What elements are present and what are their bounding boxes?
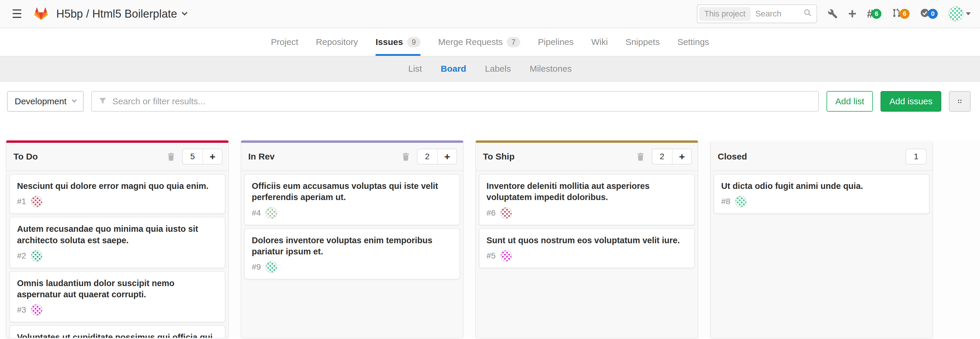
board-column-in-rev: In Rev 2 + Officiis eum accusamus volupt… — [240, 141, 464, 338]
issue-card[interactable]: Officiis eum accusamus voluptas qui iste… — [244, 174, 460, 225]
column-header: To Do 5 + — [6, 143, 228, 171]
tab-label: Wiki — [591, 37, 608, 47]
issue-count: 2 — [652, 149, 672, 164]
tab-repository[interactable]: Repository — [316, 28, 358, 56]
tab-label: Issues — [375, 37, 403, 47]
issue-count: 5 — [183, 149, 203, 164]
issue-card[interactable]: Ut dicta odio fugit animi unde quia. #8 — [714, 174, 929, 214]
search-scope-badge: This project — [699, 7, 751, 21]
issue-card[interactable]: Voluptates ut cupiditate possimus qui of… — [10, 325, 225, 338]
issue-card[interactable]: Omnis laudantium dolor suscipit nemo asp… — [10, 271, 225, 323]
issues-counter-button[interactable]: # 6 — [867, 8, 881, 19]
tab-pipelines[interactable]: Pipelines — [538, 28, 574, 56]
issue-title: Voluptates ut cupiditate possimus qui of… — [17, 332, 218, 338]
tab-merge-requests[interactable]: Merge Requests 7 — [438, 28, 520, 56]
issue-card[interactable]: Dolores inventore voluptas enim temporib… — [244, 228, 460, 280]
tab-label: Pipelines — [538, 37, 574, 47]
column-count-group: 5 + — [182, 149, 223, 165]
issue-count: 1 — [906, 149, 926, 164]
tab-label: Snippets — [625, 37, 660, 47]
board-column-closed: Closed 1 Ut dicta odio fugit animi unde … — [710, 141, 933, 338]
filter-placeholder: Search or filter results... — [112, 96, 205, 106]
column-count-group: 2 + — [417, 149, 457, 165]
issue-id: #2 — [17, 251, 26, 261]
subnav-board[interactable]: Board — [441, 64, 466, 74]
subnav-list[interactable]: List — [408, 64, 422, 74]
column-card-list[interactable]: Ut dicta odio fugit animi unde quia. #8 — [711, 171, 932, 338]
hamburger-menu-icon[interactable]: ☰ — [10, 7, 25, 21]
column-title: To Do — [13, 152, 38, 162]
fullscreen-toggle-button[interactable] — [949, 91, 970, 112]
tab-wiki[interactable]: Wiki — [591, 28, 608, 56]
add-issues-button[interactable]: Add issues — [881, 91, 941, 112]
assignee-avatar — [735, 196, 747, 207]
issue-id: #4 — [252, 208, 261, 217]
board-column-to-ship: To Ship 2 + Inventore deleniti mollitia … — [475, 141, 698, 338]
column-title: To Ship — [483, 152, 515, 162]
merge-requests-tab-badge: 7 — [507, 37, 520, 47]
issue-title: Dolores inventore voluptas enim temporib… — [252, 235, 452, 257]
plus-glyph: + — [848, 7, 856, 21]
column-count-group: 2 + — [652, 149, 692, 165]
issue-id: #8 — [721, 197, 730, 206]
new-item-plus-icon[interactable]: + — [848, 7, 856, 21]
issue-card[interactable]: Sunt ut quos nostrum eos voluptatum veli… — [479, 228, 695, 268]
board-switcher-dropdown[interactable]: Development — [7, 91, 84, 112]
tab-label: Project — [271, 37, 298, 47]
expand-icon — [958, 97, 962, 106]
tab-label: Merge Requests — [438, 37, 503, 47]
tab-snippets[interactable]: Snippets — [625, 28, 660, 56]
chevron-down-icon — [181, 10, 188, 16]
issue-card[interactable]: Nesciunt qui dolore error magni quo quia… — [10, 174, 225, 214]
issue-card[interactable]: Autem recusandae quo minima quia iusto s… — [10, 217, 225, 268]
issue-title: Officiis eum accusamus voluptas qui iste… — [252, 181, 452, 203]
add-list-button[interactable]: Add list — [827, 91, 873, 112]
issue-card[interactable]: Inventore deleniti mollitia aut asperior… — [479, 174, 695, 225]
issue-id: #5 — [487, 251, 496, 261]
gitlab-logo-icon[interactable] — [34, 7, 48, 21]
delete-list-icon[interactable] — [636, 152, 644, 161]
assignee-avatar — [500, 250, 512, 262]
navbar-right-group: This project Search + # 6 6 0 — [697, 5, 970, 23]
admin-wrench-icon[interactable] — [828, 9, 838, 19]
delete-list-icon[interactable] — [167, 152, 175, 161]
column-card-list[interactable]: Officiis eum accusamus voluptas qui iste… — [241, 171, 463, 338]
project-nav-tabs: Project Repository Issues 9 Merge Reques… — [0, 28, 980, 56]
add-issue-to-list-button[interactable]: + — [672, 149, 691, 164]
column-header: Closed 1 — [711, 143, 932, 171]
global-search-box[interactable]: This project Search — [697, 5, 817, 23]
column-header: In Rev 2 + — [241, 143, 463, 171]
todos-count-badge: 0 — [928, 9, 938, 19]
assignee-avatar — [500, 207, 512, 219]
delete-list-icon[interactable] — [402, 152, 410, 161]
column-card-list[interactable]: Nesciunt qui dolore error magni quo quia… — [6, 171, 228, 338]
user-avatar-menu[interactable] — [948, 6, 970, 21]
column-card-list[interactable]: Inventore deleniti mollitia aut asperior… — [476, 171, 698, 338]
tab-issues[interactable]: Issues 9 — [375, 28, 420, 56]
project-breadcrumb[interactable]: H5bp / Html5 Boilerplate — [56, 8, 187, 20]
tab-label: Settings — [677, 37, 709, 47]
issue-title: Ut dicta odio fugit animi unde quia. — [721, 181, 922, 192]
issue-title: Autem recusandae quo minima quia iusto s… — [17, 223, 218, 246]
assignee-avatar — [31, 250, 43, 262]
filter-search-input[interactable]: Search or filter results... — [91, 91, 819, 112]
issues-tab-badge: 9 — [407, 37, 420, 47]
board-filter-bar: Development Search or filter results... … — [0, 82, 980, 120]
assignee-avatar — [266, 207, 277, 219]
subnav-labels[interactable]: Labels — [485, 64, 511, 74]
board-column-todo: To Do 5 + Nesciunt qui dolore error magn… — [6, 141, 229, 338]
tab-project[interactable]: Project — [271, 28, 298, 56]
tab-settings[interactable]: Settings — [677, 28, 709, 56]
assignee-avatar — [31, 196, 43, 207]
add-issue-to-list-button[interactable]: + — [202, 149, 222, 164]
issue-title: Sunt ut quos nostrum eos voluptatum veli… — [487, 235, 687, 246]
merge-requests-counter-button[interactable]: 6 — [892, 8, 910, 20]
add-issue-to-list-button[interactable]: + — [437, 149, 457, 164]
issue-board: To Do 5 + Nesciunt qui dolore error magn… — [0, 141, 980, 338]
subnav-milestones[interactable]: Milestones — [530, 64, 571, 74]
user-avatar — [948, 6, 964, 21]
column-count-group: 1 — [905, 149, 927, 165]
issue-id: #1 — [17, 197, 26, 206]
todos-counter-button[interactable]: 0 — [920, 8, 938, 20]
merge-requests-count-badge: 6 — [900, 9, 910, 19]
